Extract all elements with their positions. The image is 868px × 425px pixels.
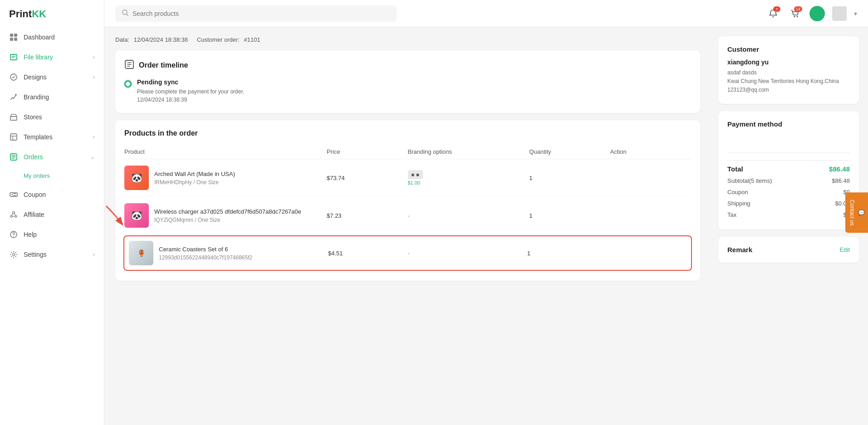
chevron-right-icon: › bbox=[93, 74, 95, 80]
sidebar-item-dashboard[interactable]: Dashboard bbox=[0, 27, 104, 47]
sidebar-item-affiliate[interactable]: Affiliate bbox=[0, 205, 104, 225]
settings-icon bbox=[9, 250, 18, 259]
chevron-right-icon: › bbox=[93, 54, 95, 60]
search-bar[interactable] bbox=[115, 5, 397, 22]
col-action: Action bbox=[610, 148, 691, 155]
notifications-button[interactable]: • bbox=[766, 6, 780, 21]
user-placeholder bbox=[832, 6, 847, 21]
cart-button[interactable]: 14 bbox=[788, 6, 802, 21]
table-row: 🐼 Arched Wall Art (Made in USA) IRMeHHDh… bbox=[124, 159, 691, 197]
sidebar: PrintKK ‹ Dashboard File library › Desig… bbox=[0, 0, 104, 425]
branding-price: $1.00 bbox=[408, 180, 530, 186]
customer-name: xiangdong yu bbox=[727, 59, 850, 66]
search-icon bbox=[122, 9, 129, 18]
chat-icon: 💬 bbox=[858, 209, 864, 216]
sidebar-item-orders[interactable]: Orders ⌄ bbox=[0, 147, 104, 167]
help-icon bbox=[9, 230, 18, 239]
avatar[interactable] bbox=[809, 6, 825, 21]
price-cell: $73.74 bbox=[327, 175, 407, 181]
logo: PrintKK ‹ bbox=[0, 0, 104, 27]
remark-card: Remark Edit bbox=[718, 237, 859, 263]
templates-icon bbox=[9, 132, 18, 142]
sidebar-item-settings[interactable]: Settings › bbox=[0, 244, 104, 264]
payment-method-card: Payment method Total $86.48 Subtotal(5 i… bbox=[718, 111, 859, 230]
col-product: Product bbox=[124, 148, 327, 155]
svg-point-6 bbox=[15, 94, 17, 96]
summary-subtotal-row: Subtotal(5 items) $86.48 bbox=[727, 175, 850, 186]
product-thumbnail: 🐼 bbox=[124, 166, 149, 190]
content-main: Data: 12/04/2024 18:38:38 Customer order… bbox=[104, 27, 709, 425]
branding-icon bbox=[9, 93, 18, 102]
sidebar-item-file-library[interactable]: File library › bbox=[0, 47, 104, 67]
table-row-highlighted: 🏺 Ceramic Coasters Set of 6 12993d015562… bbox=[123, 235, 692, 271]
col-branding: Branding options bbox=[408, 148, 530, 155]
sidebar-item-label: Dashboard bbox=[24, 34, 55, 41]
product-variant: IRMeHHDhpHy / One Size bbox=[154, 179, 235, 186]
contact-us-button[interactable]: 💬 Contact us bbox=[845, 192, 868, 233]
topbar: • 14 ▾ bbox=[104, 0, 868, 27]
order-header: Data: 12/04/2024 18:38:38 Customer order… bbox=[115, 36, 700, 43]
product-name: Arched Wall Art (Made in USA) bbox=[154, 170, 235, 178]
svg-rect-7 bbox=[10, 117, 17, 120]
svg-rect-2 bbox=[10, 38, 13, 41]
order-timeline-card: Order timeline Pending sync Please compl… bbox=[115, 50, 700, 113]
sidebar-item-label: Templates bbox=[24, 133, 53, 141]
table-row: 🐼 Wireless charger a37d025 dfdefcd7f6d50… bbox=[124, 197, 691, 234]
sidebar-item-coupon[interactable]: Coupon bbox=[0, 185, 104, 205]
branding-cell: - bbox=[407, 250, 527, 257]
remark-edit-button[interactable]: Edit bbox=[840, 246, 850, 253]
branding-button[interactable]: ■■ bbox=[408, 170, 423, 179]
timeline-status: Pending sync bbox=[137, 78, 244, 86]
svg-point-14 bbox=[15, 215, 17, 217]
topbar-chevron-icon[interactable]: ▾ bbox=[854, 10, 857, 17]
svg-point-12 bbox=[13, 212, 15, 214]
product-info: Wireless charger a37d025 dfdefcd7f6d507a… bbox=[154, 208, 301, 223]
products-table-header: Product Price Branding options Quantity … bbox=[124, 145, 691, 159]
payment-content bbox=[727, 133, 850, 147]
orders-icon bbox=[9, 152, 18, 161]
customer-address: asdaf dasds Kwai Chung New Territories H… bbox=[727, 68, 850, 95]
topbar-right: • 14 ▾ bbox=[766, 6, 857, 21]
timeline-entry: Pending sync Please complete the payment… bbox=[124, 78, 691, 104]
branding-cell: ■■ $1.00 bbox=[408, 170, 530, 186]
right-sidebar: Customer xiangdong yu asdaf dasds Kwai C… bbox=[709, 27, 868, 425]
product-variant: IQYZiQGMqmm / One Size bbox=[154, 217, 301, 223]
sidebar-navigation: Dashboard File library › Designs › Brand… bbox=[0, 27, 104, 425]
sidebar-item-my-orders[interactable]: My orders bbox=[0, 167, 104, 185]
summary-shipping-row: Shipping $0.00 bbox=[727, 198, 850, 209]
customer-card: Customer xiangdong yu asdaf dasds Kwai C… bbox=[718, 36, 859, 104]
product-variant: 12993d0155622448940c7f19748865f2 bbox=[159, 254, 252, 261]
products-card: Products in the order Product Price Bran… bbox=[115, 120, 700, 281]
summary-tax-row: Tax $0 bbox=[727, 209, 850, 220]
quantity-cell: 1 bbox=[529, 212, 610, 219]
svg-point-20 bbox=[797, 16, 798, 17]
product-thumbnail: 🏺 bbox=[129, 241, 153, 265]
product-info: Ceramic Coasters Set of 6 12993d01556224… bbox=[159, 245, 252, 261]
svg-point-13 bbox=[10, 215, 12, 217]
affiliate-icon bbox=[9, 210, 18, 219]
sidebar-item-stores[interactable]: Stores bbox=[0, 107, 104, 127]
sidebar-item-label: Help bbox=[24, 231, 37, 238]
product-cell: 🏺 Ceramic Coasters Set of 6 12993d015562… bbox=[129, 241, 328, 265]
svg-rect-4 bbox=[10, 54, 17, 60]
sidebar-item-designs[interactable]: Designs › bbox=[0, 67, 104, 87]
sidebar-item-branding[interactable]: Branding bbox=[0, 87, 104, 107]
file-library-icon bbox=[9, 53, 18, 62]
sidebar-item-help[interactable]: Help bbox=[0, 225, 104, 244]
sidebar-item-templates[interactable]: Templates › bbox=[0, 127, 104, 147]
svg-point-11 bbox=[12, 194, 13, 195]
sidebar-item-label: Affiliate bbox=[24, 211, 44, 218]
order-date: Data: 12/04/2024 18:38:38 bbox=[115, 36, 188, 43]
svg-rect-8 bbox=[10, 134, 17, 140]
remark-header: Remark Edit bbox=[727, 246, 850, 254]
payment-method-title: Payment method bbox=[727, 120, 850, 128]
svg-rect-1 bbox=[14, 34, 17, 37]
stores-icon bbox=[9, 112, 18, 122]
search-input[interactable] bbox=[132, 10, 390, 17]
coupon-icon bbox=[9, 190, 18, 199]
product-cell: 🐼 Arched Wall Art (Made in USA) IRMeHHDh… bbox=[124, 166, 327, 190]
product-cell: 🐼 Wireless charger a37d025 dfdefcd7f6d50… bbox=[124, 203, 327, 228]
products-section-title: Products in the order bbox=[124, 129, 691, 137]
product-name: Wireless charger a37d025 dfdefcd7f6d507a… bbox=[154, 208, 301, 216]
notification-badge: • bbox=[773, 6, 780, 12]
